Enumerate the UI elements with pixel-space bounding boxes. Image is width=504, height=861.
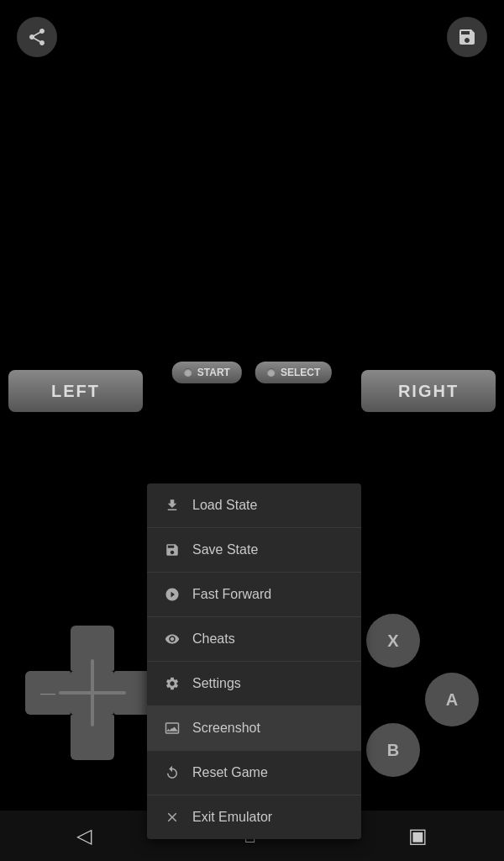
share-button[interactable] [17,17,57,57]
top-bar [0,0,504,84]
right-button[interactable]: RIGHT [361,370,496,412]
dpad-left-dash: — [40,684,55,702]
start-button[interactable]: START [172,362,242,383]
b-button[interactable]: B [366,723,420,777]
menu-icon-cheats [164,631,181,647]
dpad-line-h [59,691,126,695]
menu-label-cheats: Cheats [192,631,235,647]
menu-icon-fast-forward [164,586,181,603]
menu-label-load-state: Load State [192,498,257,513]
menu-label-exit-emulator: Exit Emulator [192,810,272,825]
save-button[interactable] [447,17,487,57]
menu-item-exit-emulator[interactable]: Exit Emulator [147,795,361,839]
menu-label-fast-forward: Fast Forward [192,587,271,602]
dpad: — [25,626,160,760]
x-button[interactable]: X [366,614,420,668]
menu-icon-settings [164,675,181,692]
menu-icon-save-state [164,541,181,558]
menu-icon-screenshot [164,720,181,737]
start-label: START [197,367,230,378]
back-nav-button[interactable]: ◁ [76,824,92,848]
left-button[interactable]: LEFT [8,370,143,412]
menu-item-load-state[interactable]: Load State [147,483,361,528]
menu-icon-load-state [164,497,181,514]
menu-item-save-state[interactable]: Save State [147,528,361,573]
menu-item-cheats[interactable]: Cheats [147,617,361,662]
menu-icon-reset-game [164,764,181,781]
context-menu: Load StateSave StateFast ForwardCheatsSe… [147,483,361,839]
menu-label-reset-game: Reset Game [192,765,268,780]
menu-item-screenshot[interactable]: Screenshot [147,706,361,751]
a-button[interactable]: A [425,673,479,726]
select-dot [267,368,276,377]
menu-item-settings[interactable]: Settings [147,662,361,706]
menu-label-settings: Settings [192,676,241,691]
select-button[interactable]: SELECT [255,362,332,383]
share-icon [27,27,47,47]
menu-label-screenshot: Screenshot [192,721,260,736]
recent-nav-button[interactable]: ▣ [408,824,428,848]
select-label: SELECT [281,367,320,378]
start-dot [184,368,192,377]
menu-icon-exit-emulator [164,809,181,826]
menu-item-reset-game[interactable]: Reset Game [147,751,361,795]
save-icon [457,27,477,47]
menu-item-fast-forward[interactable]: Fast Forward [147,573,361,617]
center-controls: START SELECT [172,362,332,383]
menu-label-save-state: Save State [192,542,258,557]
